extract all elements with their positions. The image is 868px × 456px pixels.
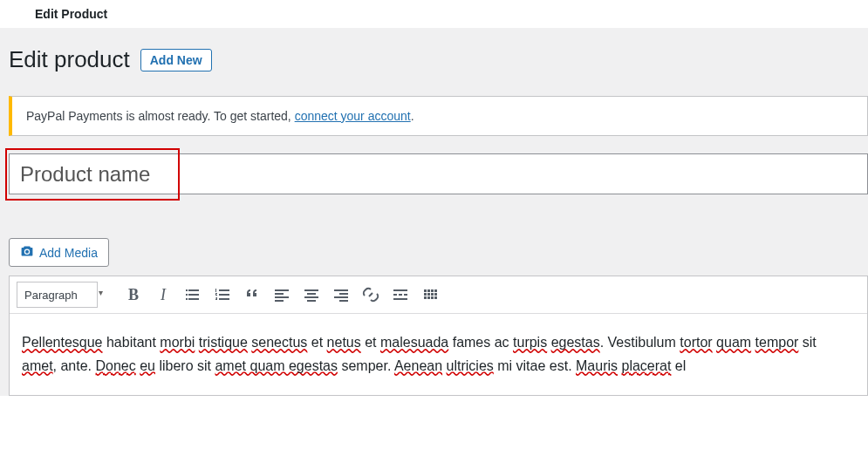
editor-text: et [361,335,380,350]
editor-word: morbi [160,335,195,350]
toolbar-toggle-button[interactable] [415,282,445,308]
add-media-label: Add Media [39,246,98,260]
editor-content[interactable]: Pellentesque habitant morbi tristique se… [10,314,867,395]
editor-word: Mauris [576,358,618,373]
align-right-icon [332,286,350,303]
format-select[interactable]: Paragraph [17,282,98,308]
editor-word: ultricies [447,358,494,373]
wysiwyg-editor: Paragraph B I [9,276,868,396]
editor-text: habitant [103,335,161,350]
content-area: Edit product Add New PayPal Payments is … [0,28,868,396]
editor-text: et [307,335,326,350]
insert-more-button[interactable] [386,282,415,308]
topbar-title: Edit Product [35,7,107,21]
quote-icon [243,286,261,303]
list-ul-icon [184,286,202,303]
italic-button[interactable]: I [148,282,178,308]
kitchen-sink-icon [421,286,439,303]
editor-word: amet quam egestas [215,358,338,373]
blockquote-button[interactable] [237,282,267,308]
editor-word: malesuada [380,335,448,350]
editor-text: semper. [338,358,394,373]
editor-word: turpis [513,335,547,350]
editor-text: fames ac [448,335,513,350]
notice-text-before: PayPal Payments is almost ready. To get … [26,109,295,123]
list-ol-icon [214,286,231,303]
editor-word: placerat [622,358,672,373]
editor-text: mi vitae est. [494,358,576,373]
editor-word: Pellentesque [22,335,103,350]
editor-word: netus [327,335,361,350]
insert-link-button[interactable] [356,282,386,308]
editor-word: senectus [251,335,307,350]
align-right-button[interactable] [326,282,356,308]
editor-word: tempor [755,335,799,350]
editor-word: Donec [96,358,136,373]
link-icon [362,286,379,303]
page-heading: Edit product [9,45,130,75]
editor-toolbar: Paragraph B I [10,276,867,314]
editor-word: quam [716,335,751,350]
add-media-button[interactable]: Add Media [9,238,109,267]
editor-text: el [671,358,686,373]
numbered-list-button[interactable] [208,282,237,308]
bold-button[interactable]: B [119,282,148,308]
editor-word: tristique [199,335,248,350]
editor-word: eu [140,358,155,373]
editor-word: tortor [680,335,712,350]
camera-icon [20,244,34,261]
align-left-icon [273,286,290,303]
notice-text-after: . [411,109,414,123]
product-name-input[interactable] [9,153,868,195]
editor-text: , ante. [53,358,96,373]
add-new-button[interactable]: Add New [140,49,212,71]
read-more-icon [392,286,409,303]
editor-text: . Vestibulum [600,335,680,350]
align-left-button[interactable] [267,282,297,308]
format-select-wrap: Paragraph [17,282,108,308]
bulleted-list-button[interactable] [178,282,208,308]
editor-text: sit [798,335,816,350]
paypal-notice: PayPal Payments is almost ready. To get … [9,96,868,136]
editor-word: Aenean [394,358,442,373]
page-header: Edit product Add New [9,45,868,75]
align-center-button[interactable] [297,282,326,308]
product-title-wrap [9,153,868,195]
connect-account-link[interactable]: connect your account [295,109,411,123]
admin-topbar: Edit Product [0,0,868,28]
editor-text: libero sit [155,358,215,373]
editor-word: egestas [551,335,600,350]
editor-word: amet [22,358,53,373]
align-center-icon [303,286,320,303]
